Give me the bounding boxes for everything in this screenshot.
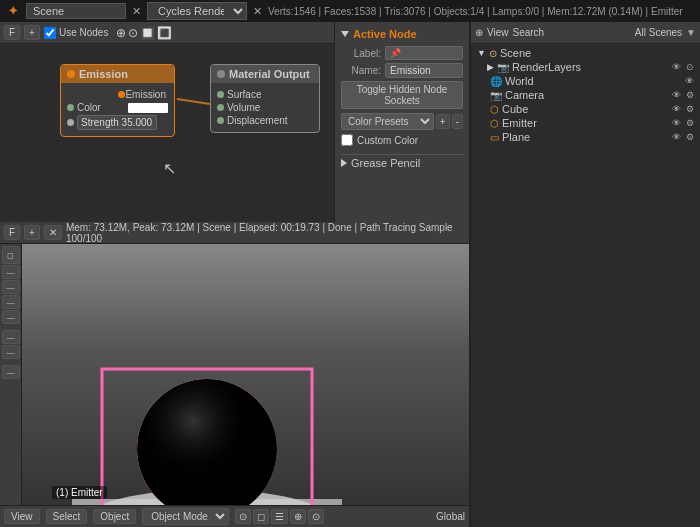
color-presets-add[interactable]: +: [436, 114, 450, 129]
rl-eye-icon[interactable]: 👁: [672, 62, 681, 72]
material-output-dot: [217, 70, 225, 78]
label-field-label: Label:: [341, 48, 381, 59]
emitter-extra-icon[interactable]: ⚙: [686, 118, 694, 128]
outliner-view-btn[interactable]: View: [487, 27, 509, 38]
node-tool-2[interactable]: ⊙: [128, 26, 138, 40]
scene-close-icon[interactable]: ✕: [130, 5, 143, 18]
view-btn[interactable]: View: [4, 509, 40, 524]
tree-item-renderlayers[interactable]: ▶ 📷 RenderLayers 👁 ⊙: [483, 60, 698, 74]
scene-svg: X Z Y: [22, 244, 469, 505]
tree-item-cube[interactable]: ⬡ Cube 👁 ⚙: [483, 102, 698, 116]
tool-in[interactable]: —: [2, 330, 20, 344]
tree-item-emitter[interactable]: ⬡ Emitter 👁 ⚙: [483, 116, 698, 130]
color-presets-select[interactable]: Color Presets: [341, 113, 434, 130]
label-row: Label: 📌: [341, 46, 463, 60]
node-tools: ⊕ ⊙ 🔲 🔳: [116, 26, 172, 40]
world-eye-icon[interactable]: 👁: [685, 76, 694, 86]
camera-label: Camera: [505, 89, 544, 101]
plane-label: Plane: [502, 131, 530, 143]
displacement-socket-dot: [217, 117, 224, 124]
color-swatch-mini[interactable]: [128, 103, 168, 113]
custom-color-checkbox[interactable]: [341, 134, 353, 146]
node-editor-section: F + Use Nodes ⊕ ⊙ 🔲 🔳: [0, 22, 469, 222]
grease-pencil-section: Grease Pencil: [341, 154, 463, 171]
node-f-icon[interactable]: F: [4, 25, 20, 40]
viewport-close-btn[interactable]: ✕: [44, 225, 62, 240]
tree-item-camera[interactable]: 📷 Camera 👁 ⚙: [483, 88, 698, 102]
plane-eye-icon[interactable]: 👁: [672, 132, 681, 142]
tool-rotate[interactable]: —: [2, 295, 20, 309]
version-info: Verts:1546 | Faces:1538 | Tris:3076 | Ob…: [268, 6, 683, 17]
viewport-top-toolbar: F + ✕ Mem: 73.12M, Peak: 73.12M | Scene …: [0, 222, 469, 244]
tool-select[interactable]: —: [2, 365, 20, 379]
displacement-socket: Displacement: [217, 115, 313, 126]
vp-icon-3[interactable]: ☰: [271, 509, 288, 524]
viewport-plus-btn[interactable]: +: [24, 225, 40, 240]
render-close-icon[interactable]: ✕: [251, 5, 264, 18]
viewport-canvas[interactable]: X Z Y (1) Emitter: [22, 244, 469, 505]
node-tool-1[interactable]: ⊕: [116, 26, 126, 40]
emitter-eye-icon[interactable]: 👁: [672, 118, 681, 128]
tree-item-world[interactable]: 🌐 World 👁: [483, 74, 698, 88]
node-tool-4[interactable]: 🔳: [157, 26, 172, 40]
node-editor-main: F + Use Nodes ⊕ ⊙ 🔲 🔳: [0, 22, 334, 222]
object-mode-select[interactable]: Object Mode: [142, 508, 229, 525]
tool-transform[interactable]: —: [2, 265, 20, 279]
custom-color-label: Custom Color: [357, 135, 418, 146]
vp-icon-1[interactable]: ⊙: [235, 509, 251, 524]
surface-socket-dot: [217, 91, 224, 98]
plane-icon: ▭: [490, 132, 499, 143]
vp-icon-5[interactable]: ⊙: [308, 509, 324, 524]
use-nodes-checkbox[interactable]: [44, 27, 56, 39]
grease-pencil-row[interactable]: Grease Pencil: [341, 157, 463, 169]
material-output-node[interactable]: Material Output Surface Volume: [210, 64, 320, 133]
label-icon: 📌: [385, 46, 463, 60]
outliner-toolbar: ⊕ View Search All Scenes ▼: [471, 22, 700, 44]
node-tool-3[interactable]: 🔲: [140, 26, 155, 40]
viewport-area: F + ✕ Mem: 73.12M, Peak: 73.12M | Scene …: [0, 222, 469, 527]
all-scenes-dropdown[interactable]: ▼: [686, 27, 696, 38]
object-btn[interactable]: Object: [93, 509, 136, 524]
active-node-collapse[interactable]: [341, 31, 349, 37]
tool-object-tools[interactable]: ◻: [2, 246, 20, 264]
use-nodes-label[interactable]: Use Nodes: [44, 27, 108, 39]
tool-duplicate[interactable]: —: [2, 345, 20, 359]
material-output-body: Surface Volume Displacement: [211, 83, 319, 132]
rl-extra-icon[interactable]: ⊙: [686, 62, 694, 72]
toggle-hidden-btn[interactable]: Toggle Hidden Node Sockets: [341, 81, 463, 109]
plus-icon[interactable]: +: [24, 25, 40, 40]
strength-field[interactable]: Strength 35.000: [77, 115, 157, 130]
vp-icon-2[interactable]: ◻: [253, 509, 269, 524]
render-engine-select[interactable]: Cycles Render: [147, 2, 247, 20]
camera-icon: 📷: [490, 90, 502, 101]
tree-item-plane[interactable]: ▭ Plane 👁 ⚙: [483, 130, 698, 144]
displacement-socket-label: Displacement: [227, 115, 288, 126]
global-label: Global: [436, 511, 465, 522]
tool-scale[interactable]: —: [2, 310, 20, 324]
cube-extra-icon[interactable]: ⚙: [686, 104, 694, 114]
select-btn[interactable]: Select: [46, 509, 88, 524]
color-socket-row: Color: [67, 102, 168, 113]
camera-eye-icon[interactable]: 👁: [672, 90, 681, 100]
outliner-search-btn[interactable]: Search: [513, 27, 545, 38]
color-presets-remove[interactable]: -: [452, 114, 463, 129]
scene-input[interactable]: [26, 3, 126, 19]
cube-eye-icon[interactable]: 👁: [672, 104, 681, 114]
material-output-header: Material Output: [211, 65, 319, 83]
strength-value: Strength 35.000: [81, 117, 152, 128]
camera-extra-icon[interactable]: ⚙: [686, 90, 694, 100]
viewport-f-btn[interactable]: F: [4, 225, 20, 240]
tool-translate[interactable]: —: [2, 280, 20, 294]
emission-dot: [67, 70, 75, 78]
material-output-title: Material Output: [229, 68, 310, 80]
vp-icon-4[interactable]: ⊕: [290, 509, 306, 524]
emitter-tree-label: Emitter: [502, 117, 537, 129]
viewport-mem-info: Mem: 73.12M, Peak: 73.12M | Scene | Elap…: [66, 222, 465, 244]
plane-extra-icon[interactable]: ⚙: [686, 132, 694, 142]
cursor-indicator: ↖: [163, 159, 176, 178]
emission-node[interactable]: Emission Emission Color: [60, 64, 175, 137]
node-canvas[interactable]: Emission Emission Color: [0, 44, 334, 222]
world-label: World: [505, 75, 534, 87]
tree-item-scene[interactable]: ▼ ⊙ Scene: [473, 46, 698, 60]
viewport-content: ◻ — — — — — — —: [0, 244, 469, 505]
